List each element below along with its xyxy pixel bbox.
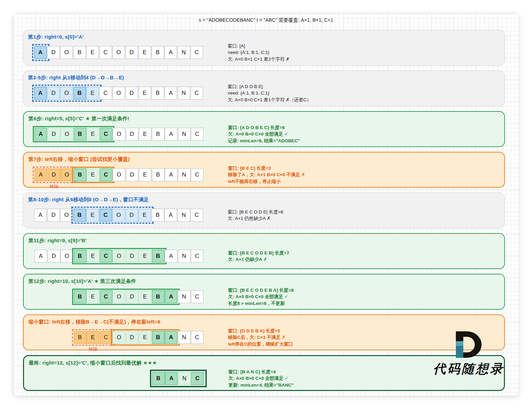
cells-row: ADOBECODEBANC: [35, 250, 204, 263]
char-cell: O: [112, 46, 125, 59]
char-cell: E: [139, 128, 151, 141]
char-cell: D: [126, 87, 138, 100]
cells-area: ADO移除BECODEBANC: [28, 168, 228, 181]
cells-row: ADOBECODEBANC: [34, 46, 204, 59]
char-cell: C: [191, 87, 203, 100]
panel-notes: 窗口: [B E C O D E B A] 长度=8欠: A×0 B×0 C×0…: [228, 287, 500, 306]
char-cell: O: [61, 128, 73, 141]
char-cell: E: [139, 290, 151, 303]
char-cell: O: [113, 331, 125, 344]
char-cell: C: [100, 128, 112, 141]
char-cell: A: [165, 290, 177, 303]
removed-label: 移除: [89, 346, 97, 352]
cells-row: BEC移除ODEBANC: [74, 331, 204, 344]
char-cell: D: [48, 168, 60, 181]
char-cell: A: [35, 128, 47, 141]
char-cell: O: [112, 87, 125, 100]
window-outline: ODEBA: [113, 331, 178, 344]
cell-group: DOBECODEBANC: [47, 46, 204, 59]
note-line: 欠: A×1 仍然缺少A ✗: [228, 215, 500, 222]
char-cell: E: [139, 250, 151, 263]
step-panel: 第2-5步: right 从1移动到4 (D→O→B→E) ADOBECODEB…: [23, 70, 505, 106]
note-line: left不能再右移，停止缩小: [228, 178, 500, 185]
cells-area: BANC: [29, 372, 228, 385]
panel-body: ADOBECODEBANC 窗口: [B E C O D E B] 长度=7欠:…: [28, 246, 500, 266]
panel-notes: 窗口: [B E C] 长度=3移除了A，欠: A×1 B×0 C×0 不满足 …: [228, 165, 500, 184]
char-cell: N: [178, 250, 191, 263]
note-line: 窗口: [B E C O D E] 长度=6: [228, 209, 500, 215]
char-cell: B: [74, 128, 86, 141]
removed-cells-outline: BEC移除: [74, 331, 113, 344]
char-cell: O: [113, 168, 125, 181]
screenshot-root: { "header": { "title": "s = \"ADOBECODEB…: [0, 0, 532, 412]
cells-area: ADOBECODEBANC: [28, 46, 228, 59]
char-cell: D: [47, 46, 60, 59]
cells-area: ADOBECODEBANC: [28, 250, 228, 263]
note-line: 记录: minLen=6, 结果="ADOBEC": [228, 138, 500, 144]
cells-area: ADOBECODEBANC: [28, 209, 228, 222]
panel-title: 第2-5步: right 从1移动到4 (D→O→B→E): [28, 75, 500, 81]
panel-body: ADOBECODEBANC 窗口: [B E C O D E] 长度=6欠: A…: [28, 205, 500, 225]
char-cell: B: [152, 87, 164, 100]
cells-row: BECODEBANC: [74, 290, 204, 303]
page-title: s = "ADOBECODEBANC" t = "ABC" 需要覆盖: A×1,…: [14, 17, 518, 23]
char-cell: O: [113, 290, 125, 303]
panel-title: 第8-10步: right 从6移动到8 (O→D→E)，窗口不满足: [28, 197, 500, 203]
char-cell: O: [61, 168, 73, 181]
char-cell: C: [99, 87, 112, 100]
char-cell: B: [74, 290, 86, 303]
panel-title: 第6步: right=5, s[5]='C' ★ 第一次满足条件!: [28, 116, 500, 122]
char-cell: E: [87, 331, 99, 344]
char-cell: A: [165, 128, 177, 141]
char-cell: D: [126, 331, 138, 344]
note-line: need: {A:1, B:1, C:1}: [228, 90, 500, 96]
char-cell: A: [35, 168, 47, 181]
char-cell: B: [73, 87, 86, 100]
char-cell: E: [87, 128, 99, 141]
cell-group: ODEBANC: [113, 128, 204, 141]
panel-body: BECODEBANC 窗口: [B E C O D E B A] 长度=8欠: …: [28, 287, 500, 307]
char-cell: O: [112, 209, 125, 222]
cells-row: ADO移除BECODEBANC: [35, 168, 204, 181]
window-outline: ADOBE: [34, 87, 99, 100]
panel-notes: 窗口: [A D O B E]need: {A:1, B:1, C:1}欠: A…: [228, 83, 500, 103]
char-cell: N: [178, 209, 190, 222]
char-cell: B: [74, 250, 86, 263]
char-cell: D: [48, 250, 60, 263]
cells-row: ADOBECODEBANC: [34, 209, 204, 222]
note-line: 长度8 > minLen=6，不更新: [228, 300, 500, 307]
char-cell: B: [152, 128, 164, 141]
char-cell: E: [138, 209, 151, 222]
note-line: 更新: minLen=4, 结果="BANC": [228, 382, 499, 388]
panel-notes: 窗口: [A]need: {A:1, B:1, C:1}欠: A×0 B×1 C…: [228, 43, 500, 62]
char-cell: C: [191, 290, 203, 303]
char-cell: E: [138, 46, 151, 59]
char-cell: D: [47, 209, 60, 222]
panel-title: 缩小窗口: left右移，移除B→E→C(不满足)，停在新left=6: [28, 319, 500, 325]
char-cell: B: [73, 209, 86, 222]
char-cell: O: [60, 209, 73, 222]
panel-body: ADO移除BECODEBANC 窗口: [B E C] 长度=3移除了A，欠: …: [28, 165, 500, 185]
char-cell: D: [48, 128, 60, 141]
cells-area: ADOBECODEBANC: [28, 128, 228, 141]
char-cell: C: [100, 331, 112, 344]
removed-cells-outline: ADO移除: [35, 168, 74, 181]
char-cell: B: [152, 250, 164, 263]
char-cell: E: [87, 250, 99, 263]
panel-notes: 窗口: [B E C O D E B] 长度=7欠: A×1 仍缺少A ✗: [228, 250, 500, 263]
note-line: 窗口: [A]: [228, 43, 500, 49]
char-cell: B: [152, 46, 164, 59]
char-cell: E: [86, 209, 99, 222]
char-cell: C: [99, 209, 112, 222]
logo-d-icon: [456, 331, 482, 359]
note-line: 欠: A×1 仍缺少A ✗: [228, 256, 500, 263]
char-cell: A: [35, 250, 47, 263]
note-line: 欠: A×0 B×0 C×0 全部满足 ✓: [228, 131, 500, 137]
char-cell: C: [191, 209, 203, 222]
char-cell: C: [99, 46, 112, 59]
char-cell: A: [34, 209, 47, 222]
char-cell: D: [126, 46, 138, 59]
char-cell: A: [165, 372, 178, 385]
cell-group: BANC: [152, 209, 204, 222]
char-cell: D: [126, 209, 138, 222]
